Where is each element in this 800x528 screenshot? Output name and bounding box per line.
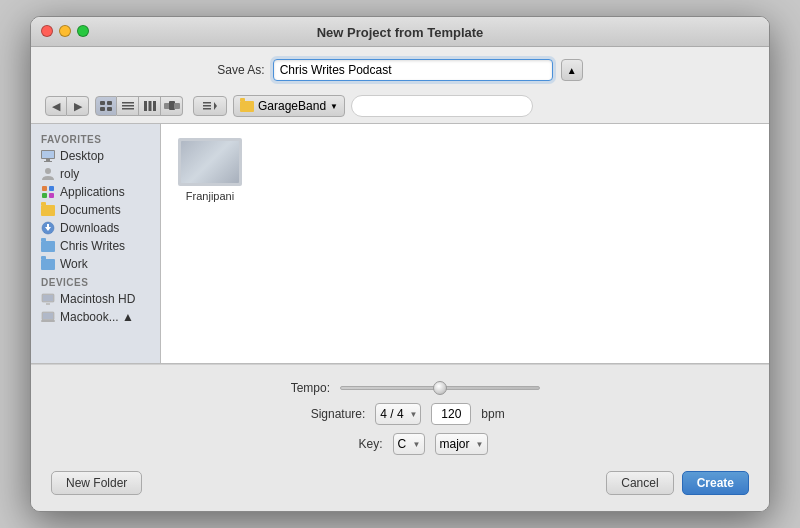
svg-rect-1: [107, 101, 112, 105]
downloads-icon: [41, 221, 55, 235]
svg-rect-8: [148, 101, 151, 111]
sidebar-item-downloads[interactable]: Downloads: [31, 219, 160, 237]
bpm-input[interactable]: [431, 403, 471, 425]
file-area: Franjipani: [161, 124, 769, 363]
chris-writes-icon: [41, 239, 55, 253]
signature-label: Signature:: [295, 407, 365, 421]
sidebar-item-desktop-label: Desktop: [60, 149, 104, 163]
bottom-inner: Tempo: Signature: 4 / 4 3 / 4 2 / 4 6 / …: [51, 381, 749, 455]
right-buttons: Cancel Create: [606, 471, 749, 495]
icon-view-button[interactable]: [95, 96, 117, 116]
list-view-button[interactable]: [117, 96, 139, 116]
column-view-button[interactable]: [139, 96, 161, 116]
sidebar-item-roly[interactable]: roly: [31, 165, 160, 183]
macintosh-hd-icon: [41, 292, 55, 306]
window-title: New Project from Template: [317, 25, 484, 40]
folder-select[interactable]: GarageBand ▼: [233, 95, 345, 117]
close-button[interactable]: [41, 25, 53, 37]
sidebar-item-macbook[interactable]: Macbook... ▲: [31, 308, 160, 326]
svg-rect-2: [100, 107, 105, 111]
tempo-label: Tempo:: [260, 381, 330, 395]
sidebar-item-downloads-label: Downloads: [60, 221, 119, 235]
svg-rect-23: [49, 186, 54, 191]
svg-rect-0: [100, 101, 105, 105]
dialog-window: New Project from Template Save As: ▲ ◀ ▶: [30, 16, 770, 512]
user-icon: [41, 167, 55, 181]
expand-button[interactable]: ▲: [561, 59, 583, 81]
save-as-label: Save As:: [217, 63, 264, 77]
svg-rect-15: [203, 108, 211, 110]
svg-rect-33: [43, 313, 53, 319]
svg-rect-34: [41, 320, 55, 322]
macbook-icon: [41, 310, 55, 324]
svg-rect-6: [122, 108, 134, 110]
sidebar-item-macintosh-hd[interactable]: Macintosh HD: [31, 290, 160, 308]
sidebar-item-work-label: Work: [60, 257, 88, 271]
search-wrapper: 🔍: [351, 95, 755, 117]
sidebar-item-desktop[interactable]: Desktop: [31, 147, 160, 165]
svg-rect-13: [203, 102, 211, 104]
window-controls: [41, 25, 89, 37]
thumbnail-image: [181, 141, 239, 183]
sidebar-item-macintosh-hd-label: Macintosh HD: [60, 292, 135, 306]
forward-button[interactable]: ▶: [67, 96, 89, 116]
new-folder-button[interactable]: New Folder: [51, 471, 142, 495]
search-input[interactable]: [351, 95, 533, 117]
folder-name: GarageBand: [258, 99, 326, 113]
folder-icon: [240, 101, 254, 112]
signature-select-wrapper: 4 / 4 3 / 4 2 / 4 6 / 8: [375, 403, 421, 425]
key-mode-select-wrapper: major minor: [435, 433, 488, 455]
sidebar-item-documents[interactable]: Documents: [31, 201, 160, 219]
bottom-buttons: New Folder Cancel Create: [51, 463, 749, 495]
svg-rect-31: [46, 303, 50, 305]
svg-marker-16: [214, 102, 217, 110]
svg-rect-4: [122, 102, 134, 104]
applications-icon: [41, 185, 55, 199]
svg-rect-5: [122, 105, 134, 107]
tempo-slider-wrapper: [340, 386, 540, 390]
sidebar-item-applications[interactable]: Applications: [31, 183, 160, 201]
key-row: Key: C D E F G A B major minor: [313, 433, 488, 455]
save-as-input[interactable]: [273, 59, 553, 81]
toolbar-row: ◀ ▶: [31, 91, 769, 124]
signature-select[interactable]: 4 / 4 3 / 4 2 / 4 6 / 8: [375, 403, 421, 425]
sidebar-item-chris-writes-label: Chris Writes: [60, 239, 125, 253]
svg-rect-30: [43, 295, 53, 301]
cancel-button[interactable]: Cancel: [606, 471, 673, 495]
sidebar-item-macbook-label: Macbook... ▲: [60, 310, 134, 324]
svg-rect-7: [144, 101, 147, 111]
coverflow-view-button[interactable]: [161, 96, 183, 116]
svg-rect-19: [46, 159, 50, 161]
tempo-slider-thumb[interactable]: [433, 381, 447, 395]
arrange-button[interactable]: [193, 96, 227, 116]
view-btn-group: [95, 96, 183, 116]
minimize-button[interactable]: [59, 25, 71, 37]
file-item-franjipani[interactable]: Franjipani: [175, 138, 245, 202]
favorites-label: FAVORITES: [31, 130, 160, 147]
devices-label: DEVICES: [31, 273, 160, 290]
tempo-slider-track[interactable]: [340, 386, 540, 390]
key-mode-select[interactable]: major minor: [435, 433, 488, 455]
svg-rect-3: [107, 107, 112, 111]
svg-rect-12: [174, 103, 180, 109]
sidebar-item-work[interactable]: Work: [31, 255, 160, 273]
maximize-button[interactable]: [77, 25, 89, 37]
svg-rect-22: [42, 186, 47, 191]
back-button[interactable]: ◀: [45, 96, 67, 116]
sidebar-item-roly-label: roly: [60, 167, 79, 181]
key-note-select[interactable]: C D E F G A B: [393, 433, 425, 455]
svg-rect-20: [44, 161, 52, 162]
title-bar: New Project from Template: [31, 17, 769, 47]
nav-btn-group: ◀ ▶: [45, 96, 89, 116]
work-icon: [41, 257, 55, 271]
signature-row: Signature: 4 / 4 3 / 4 2 / 4 6 / 8 bpm: [295, 403, 504, 425]
svg-rect-9: [153, 101, 156, 111]
create-button[interactable]: Create: [682, 471, 749, 495]
svg-point-21: [45, 168, 51, 174]
sidebar-item-chris-writes[interactable]: Chris Writes: [31, 237, 160, 255]
main-content: FAVORITES Desktop: [31, 124, 769, 364]
svg-rect-24: [42, 193, 47, 198]
desktop-icon: [41, 149, 55, 163]
sidebar-item-documents-label: Documents: [60, 203, 121, 217]
save-as-row: Save As: ▲: [31, 47, 769, 91]
